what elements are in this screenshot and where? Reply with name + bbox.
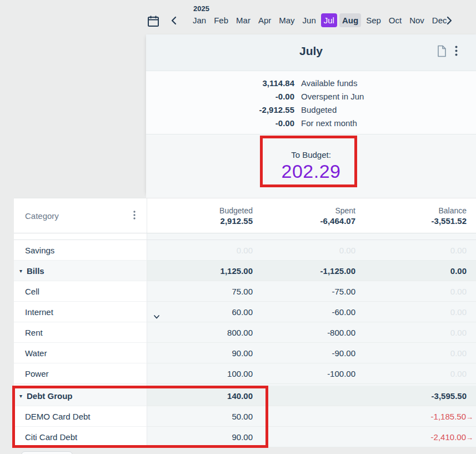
year-label: 2025 xyxy=(193,4,209,13)
column-label: Budgeted xyxy=(147,206,253,215)
month-jan[interactable]: Jan xyxy=(190,13,209,27)
category-row-rent: Rent800.00-800.000.00 xyxy=(14,322,476,343)
budgeted-cell[interactable]: 1,125.00 xyxy=(221,266,253,276)
document-icon[interactable] xyxy=(436,45,447,57)
collapse-triangle-icon[interactable]: ▾ xyxy=(14,268,22,274)
category-row-power: Power100.00-100.000.00 xyxy=(14,363,476,384)
month-panel-header: July xyxy=(146,34,476,71)
spent-cell[interactable]: -60.00 xyxy=(332,307,355,317)
category-name[interactable]: Internet xyxy=(14,307,53,317)
spent-cell[interactable]: -100.00 xyxy=(327,369,355,378)
balance-cell[interactable]: -3,595.50 xyxy=(432,391,467,401)
budgeted-cell[interactable]: 75.00 xyxy=(232,287,253,296)
category-name[interactable]: Bills xyxy=(22,266,44,276)
budget-table: Category Budgeted2,912.55Spent-6,464.07B… xyxy=(14,198,476,447)
balance-cell[interactable]: 0.00 xyxy=(450,287,467,296)
add-group-button[interactable] xyxy=(21,451,73,454)
next-month-icon[interactable] xyxy=(444,16,454,26)
collapse-triangle-icon[interactable]: ▾ xyxy=(14,393,22,399)
prev-month-icon[interactable] xyxy=(169,16,179,26)
balance-cell[interactable]: 0.00 xyxy=(450,307,467,317)
group-row-bills: ▾Bills1,125.00-1,125.000.00 xyxy=(14,261,476,281)
month-feb[interactable]: Feb xyxy=(211,13,231,27)
category-row-internet: Internet60.00-60.000.00 xyxy=(14,302,476,322)
month-aug[interactable]: Aug xyxy=(339,13,361,27)
table-header: Category Budgeted2,912.55Spent-6,464.07B… xyxy=(14,198,476,233)
balance-cell[interactable]: -1,185.50 xyxy=(431,412,466,421)
category-column-header[interactable]: Category xyxy=(14,211,59,221)
funds-summary-row: 3,114.84Available funds xyxy=(146,76,476,89)
budgeted-cell[interactable]: 140.00 xyxy=(227,391,253,401)
budgeted-cell[interactable]: 800.00 xyxy=(227,328,253,337)
budgeted-cell[interactable]: 0.00 xyxy=(237,246,253,255)
carryover-arrow-icon: → xyxy=(466,433,473,442)
budgeted-cell[interactable]: 90.00 xyxy=(232,432,253,442)
funds-summary-row: -0.00Overspent in Jun xyxy=(146,89,476,103)
month-may[interactable]: May xyxy=(276,13,297,27)
funds-value: -2,912.55 xyxy=(146,105,294,114)
category-row-cell: Cell75.00-75.000.00 xyxy=(14,281,476,302)
spent-cell[interactable]: 0.00 xyxy=(339,246,355,255)
funds-label: For next month xyxy=(294,118,357,128)
month-nov[interactable]: Nov xyxy=(407,13,427,27)
balance-cell[interactable]: 0.00 xyxy=(450,348,467,358)
month-title: July xyxy=(146,44,476,58)
to-budget-section: To Budget: 202.29 xyxy=(146,134,476,199)
category-name[interactable]: DEMO Card Debt xyxy=(14,412,91,421)
month-apr[interactable]: Apr xyxy=(255,13,274,27)
category-name[interactable]: Savings xyxy=(14,246,54,255)
funds-label: Overspent in Jun xyxy=(294,92,364,101)
category-name[interactable]: Debt Group xyxy=(22,391,73,401)
budgeted-cell[interactable]: 60.00 xyxy=(232,307,253,317)
row-dropdown-chevron-icon[interactable] xyxy=(153,313,162,322)
balance-cell[interactable]: 0.00 xyxy=(450,328,467,337)
funds-label: Budgeted xyxy=(294,105,337,114)
group-row-debt-group: ▾Debt Group140.00-3,595.50 xyxy=(14,386,476,406)
category-row-demo-card-debt: DEMO Card Debt50.00-1,185.50→ xyxy=(14,406,476,427)
kebab-menu-icon[interactable] xyxy=(455,46,463,57)
month-jun[interactable]: Jun xyxy=(300,13,319,27)
funds-value: -0.00 xyxy=(146,92,294,101)
column-header-budgeted: Budgeted2,912.55 xyxy=(147,206,253,226)
month-oct[interactable]: Oct xyxy=(386,13,404,27)
category-name[interactable]: Citi Card Debt xyxy=(14,432,77,442)
table-spacer-row xyxy=(14,233,476,240)
funds-summary: 3,114.84Available funds-0.00Overspent in… xyxy=(146,71,476,134)
budgeted-cell[interactable]: 100.00 xyxy=(227,369,253,378)
spent-cell[interactable]: -90.00 xyxy=(332,348,355,358)
month-mar[interactable]: Mar xyxy=(233,13,253,27)
category-name[interactable]: Cell xyxy=(14,287,39,296)
balance-cell[interactable]: 0.00 xyxy=(450,246,467,255)
category-name[interactable]: Power xyxy=(14,369,49,378)
carryover-arrow-icon: → xyxy=(466,413,473,421)
spent-cell[interactable]: -1,125.00 xyxy=(320,266,355,276)
category-row-savings: Savings0.000.000.00 xyxy=(14,240,476,261)
column-header-spent: Spent-6,464.07 xyxy=(253,206,355,226)
spent-cell[interactable]: -800.00 xyxy=(327,328,355,337)
balance-cell[interactable]: 0.00 xyxy=(450,369,467,378)
funds-value: 3,114.84 xyxy=(146,78,294,88)
category-name[interactable]: Rent xyxy=(14,328,43,337)
funds-summary-row: -2,912.55Budgeted xyxy=(146,103,476,116)
budgeted-cell[interactable]: 50.00 xyxy=(232,412,253,421)
column-total: -3,551.52 xyxy=(355,216,467,226)
column-total: 2,912.55 xyxy=(147,216,253,226)
category-menu-icon[interactable] xyxy=(133,211,140,221)
category-name[interactable]: Water xyxy=(14,348,47,358)
budgeted-cell[interactable]: 90.00 xyxy=(232,348,253,358)
column-total: -6,464.07 xyxy=(253,216,355,226)
category-row-water: Water90.00-90.000.00 xyxy=(14,343,476,363)
calendar-icon[interactable] xyxy=(147,14,160,28)
month-bar: 2025 JanFebMarAprMayJunJulAugSepOctNovDe… xyxy=(0,0,476,34)
to-budget-amount[interactable]: 202.29 xyxy=(146,161,476,182)
column-label: Balance xyxy=(355,206,467,215)
month-summary-panel: July 3,114.84Available funds-0.00Overspe… xyxy=(146,34,476,194)
to-budget-label: To Budget: xyxy=(146,150,476,159)
month-sep[interactable]: Sep xyxy=(363,13,384,27)
balance-cell[interactable]: -2,410.00 xyxy=(431,432,466,442)
balance-cell[interactable]: 0.00 xyxy=(450,266,467,276)
month-jul[interactable]: Jul xyxy=(321,13,337,27)
spent-cell[interactable]: -75.00 xyxy=(332,287,355,296)
funds-summary-row: -0.00For next month xyxy=(146,116,476,129)
funds-value: -0.00 xyxy=(146,118,294,128)
